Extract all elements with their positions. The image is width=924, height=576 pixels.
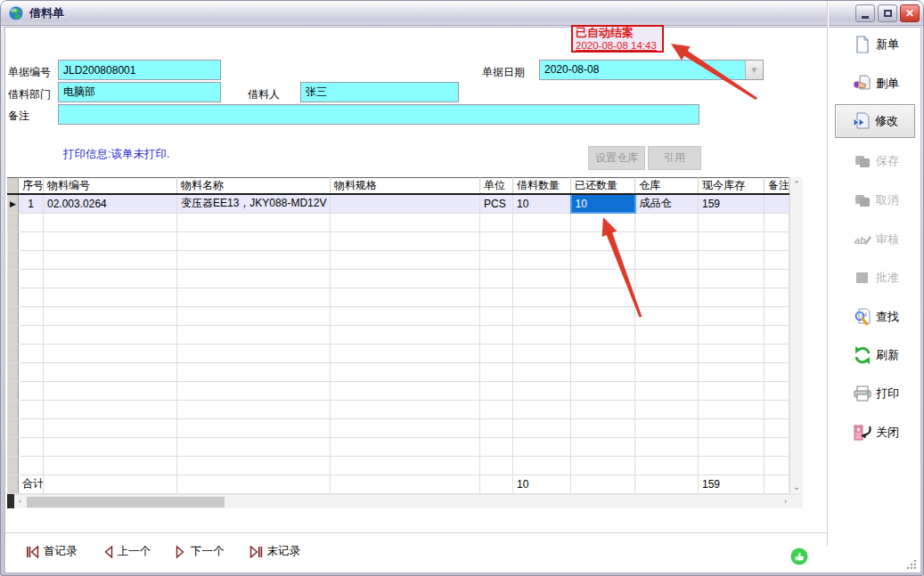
nav-first-record[interactable]: 首记录: [26, 544, 78, 559]
table-cell[interactable]: [44, 418, 177, 437]
table-cell[interactable]: [513, 418, 571, 437]
table-cell[interactable]: 1: [19, 194, 44, 213]
table-cell[interactable]: [177, 231, 331, 250]
table-cell[interactable]: [331, 456, 480, 475]
table-cell[interactable]: [19, 269, 44, 288]
table-cell[interactable]: [331, 362, 480, 381]
doc-no-field[interactable]: [58, 60, 221, 80]
table-cell[interactable]: [177, 306, 331, 325]
sidebar-button-modify[interactable]: 修改: [835, 104, 915, 138]
table-cell[interactable]: [571, 231, 635, 250]
table-cell[interactable]: [699, 269, 765, 288]
vertical-scrollbar[interactable]: ⌃ ⌄: [789, 177, 803, 494]
table-cell[interactable]: [331, 381, 480, 400]
borrower-field[interactable]: [300, 82, 459, 102]
table-cell[interactable]: [765, 325, 789, 344]
table-cell[interactable]: 159: [699, 194, 765, 213]
chevron-down-icon[interactable]: ▼: [745, 61, 763, 79]
table-cell[interactable]: [513, 306, 571, 325]
table-cell[interactable]: [699, 231, 765, 250]
scroll-up-icon[interactable]: ⌃: [793, 180, 800, 189]
table-cell[interactable]: [513, 325, 571, 344]
table-cell[interactable]: [331, 306, 480, 325]
remark-field[interactable]: [58, 104, 699, 125]
table-cell[interactable]: [513, 437, 571, 456]
table-cell[interactable]: [480, 250, 513, 269]
table-cell[interactable]: [765, 194, 789, 213]
table-cell[interactable]: [699, 362, 765, 381]
table-cell[interactable]: [513, 213, 571, 231]
resize-grip[interactable]: [906, 559, 917, 570]
table-cell[interactable]: [571, 418, 635, 437]
table-cell[interactable]: [513, 362, 571, 381]
row-selector-icon[interactable]: ▶: [8, 194, 19, 213]
table-cell[interactable]: [19, 381, 44, 400]
nav-last-record[interactable]: 末记录: [249, 544, 301, 559]
sidebar-button-print[interactable]: 打印: [835, 380, 917, 407]
table-cell[interactable]: [765, 288, 789, 306]
table-cell[interactable]: [571, 381, 635, 400]
table-cell[interactable]: [571, 269, 635, 288]
table-cell[interactable]: [331, 269, 480, 288]
table-cell[interactable]: [44, 269, 177, 288]
table-cell[interactable]: [19, 306, 44, 325]
table-cell[interactable]: [765, 437, 789, 456]
table-cell[interactable]: [44, 344, 177, 362]
table-cell[interactable]: [699, 418, 765, 437]
table-cell[interactable]: [480, 325, 513, 344]
minimize-button-icon[interactable]: [855, 4, 875, 22]
table-cell[interactable]: 10: [571, 194, 635, 213]
table-cell[interactable]: [635, 362, 699, 381]
table-cell[interactable]: [44, 381, 177, 400]
table-cell[interactable]: 02.003.0264: [44, 194, 177, 213]
table-cell[interactable]: [765, 231, 789, 250]
table-cell[interactable]: [177, 325, 331, 344]
doc-date-combo[interactable]: 2020-08-08 ▼: [539, 60, 764, 80]
table-cell[interactable]: [19, 213, 44, 231]
table-cell[interactable]: [480, 288, 513, 306]
table-cell[interactable]: [699, 250, 765, 269]
sidebar-button-close[interactable]: 关闭: [835, 419, 917, 446]
table-cell[interactable]: [571, 213, 635, 231]
table-cell[interactable]: [44, 362, 177, 381]
table-cell[interactable]: [480, 344, 513, 362]
table-cell[interactable]: [635, 288, 699, 306]
table-cell[interactable]: [480, 418, 513, 437]
table-cell[interactable]: [699, 456, 765, 475]
table-cell[interactable]: [331, 400, 480, 418]
scroll-left-icon[interactable]: ‹: [14, 497, 26, 506]
table-cell[interactable]: [19, 400, 44, 418]
table-cell[interactable]: [331, 418, 480, 437]
table-cell[interactable]: [513, 250, 571, 269]
table-cell[interactable]: [571, 456, 635, 475]
table-cell[interactable]: [571, 250, 635, 269]
scroll-down-icon[interactable]: ⌄: [793, 483, 800, 491]
table-cell[interactable]: [44, 400, 177, 418]
table-cell[interactable]: [699, 325, 765, 344]
table-cell[interactable]: [480, 269, 513, 288]
table-cell[interactable]: [699, 306, 765, 325]
sidebar-button-delete[interactable]: 删单: [835, 70, 917, 97]
table-cell[interactable]: [331, 437, 480, 456]
table-cell[interactable]: [44, 231, 177, 250]
table-cell[interactable]: [44, 437, 177, 456]
table-cell[interactable]: [19, 344, 44, 362]
table-cell[interactable]: [765, 269, 789, 288]
table-cell[interactable]: [513, 456, 571, 475]
table-cell[interactable]: [331, 213, 480, 231]
nav-previous-record[interactable]: 上一个: [102, 544, 151, 559]
table-cell[interactable]: [177, 269, 331, 288]
table-cell[interactable]: [765, 381, 789, 400]
table-cell[interactable]: [44, 306, 177, 325]
table-cell[interactable]: [635, 231, 699, 250]
horizontal-scrollbar[interactable]: ‹ ›: [7, 494, 803, 508]
table-cell[interactable]: 10: [513, 194, 571, 213]
table-cell[interactable]: [44, 213, 177, 231]
table-cell[interactable]: [635, 269, 699, 288]
table-cell[interactable]: [44, 456, 177, 475]
table-cell[interactable]: [19, 362, 44, 381]
table-cell[interactable]: [571, 306, 635, 325]
table-cell[interactable]: [635, 325, 699, 344]
sidebar-button-refresh[interactable]: 刷新: [835, 342, 917, 369]
table-cell[interactable]: [480, 362, 513, 381]
